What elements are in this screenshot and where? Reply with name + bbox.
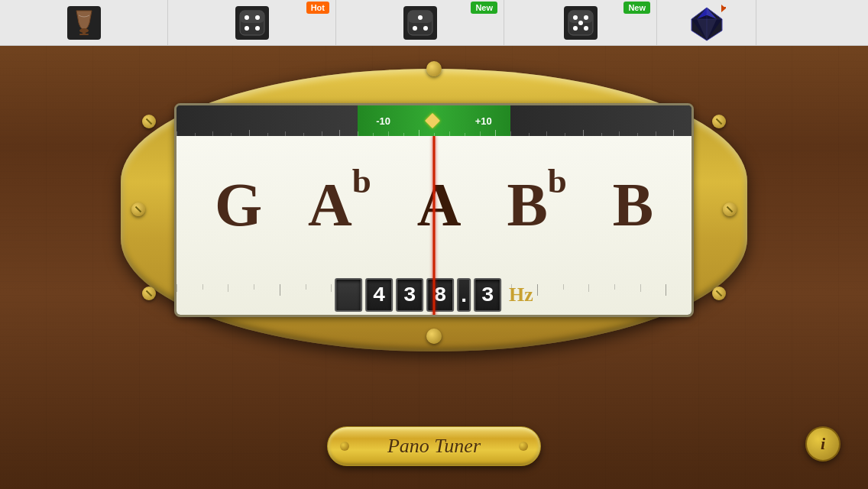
scale-green: -10 +10 [358, 105, 510, 136]
new-badge-2: New [623, 2, 650, 14]
svg-point-13 [423, 26, 428, 31]
svg-point-5 [245, 15, 249, 20]
scale-dark-right [510, 105, 691, 136]
ad-item-5[interactable] [657, 0, 756, 46]
main-background: Hot New [0, 0, 868, 489]
ad-bar: Hot New [0, 0, 868, 46]
svg-point-16 [573, 15, 578, 20]
new-badge-1: New [471, 2, 497, 14]
hot-badge: Hot [306, 2, 329, 14]
freq-digit-empty [335, 278, 362, 312]
svg-rect-2 [79, 34, 89, 35]
screw-bl [142, 287, 156, 300]
scale-label-right: +10 [475, 115, 492, 127]
svg-rect-29 [721, 7, 726, 8]
screw-mr [723, 202, 737, 216]
svg-point-7 [245, 26, 249, 31]
screw-top-center [426, 61, 442, 76]
dice-icon [235, 6, 269, 40]
freq-digit-8: 8 [426, 278, 454, 312]
ad-item-3[interactable]: New [336, 0, 504, 46]
scale-dark-left [177, 105, 358, 136]
freq-unit: Hz [509, 283, 533, 306]
svg-rect-4 [240, 11, 264, 23]
note-display: G Ab A Bb B [177, 136, 691, 317]
svg-rect-1 [83, 31, 86, 34]
tuner-display: -10 +10 [174, 103, 694, 317]
freq-digit-4: 4 [365, 278, 393, 312]
note-a-active: A [417, 174, 462, 235]
svg-point-17 [584, 15, 588, 20]
svg-point-8 [255, 26, 260, 31]
note-g: G [215, 174, 262, 235]
ad-item-1[interactable] [0, 0, 168, 46]
brass-oval: -10 +10 [121, 69, 747, 351]
nameplate-screw-left [340, 442, 349, 451]
freq-decimal-dot: . [457, 278, 471, 312]
freq-decimal-digit: 3 [474, 278, 501, 312]
dice-icon-2 [403, 6, 437, 40]
svg-point-12 [413, 26, 417, 31]
svg-point-6 [255, 15, 260, 20]
ad-item-4[interactable]: New [504, 0, 657, 46]
note-ab: Ab [308, 174, 371, 235]
scale-label-left: -10 [376, 115, 390, 127]
center-line [433, 136, 436, 317]
info-icon: i [821, 434, 825, 454]
name-plate: Pano Tuner [327, 426, 541, 466]
scale-bar: -10 +10 [177, 105, 691, 136]
tuner-panel: -10 +10 [121, 69, 747, 359]
screw-ml [131, 202, 145, 216]
scale-diamond [425, 113, 440, 128]
note-bb: Bb [507, 174, 566, 235]
svg-point-18 [578, 21, 583, 25]
screw-br [712, 287, 726, 300]
screw-tr [712, 115, 726, 128]
dice-icon-3 [564, 6, 598, 40]
ad-item-2[interactable]: Hot [168, 0, 336, 46]
screw-bottom-center [426, 329, 442, 344]
nameplate-screw-right [519, 442, 528, 451]
diamond-icon [688, 4, 726, 42]
screw-tl [142, 115, 156, 128]
note-b: B [613, 174, 653, 235]
svg-point-20 [584, 26, 588, 31]
svg-point-19 [573, 26, 578, 31]
glass-icon [67, 6, 101, 40]
svg-point-11 [418, 15, 423, 20]
freq-digit-3: 3 [396, 278, 423, 312]
info-button[interactable]: i [805, 426, 840, 461]
app-name: Pano Tuner [387, 435, 481, 458]
